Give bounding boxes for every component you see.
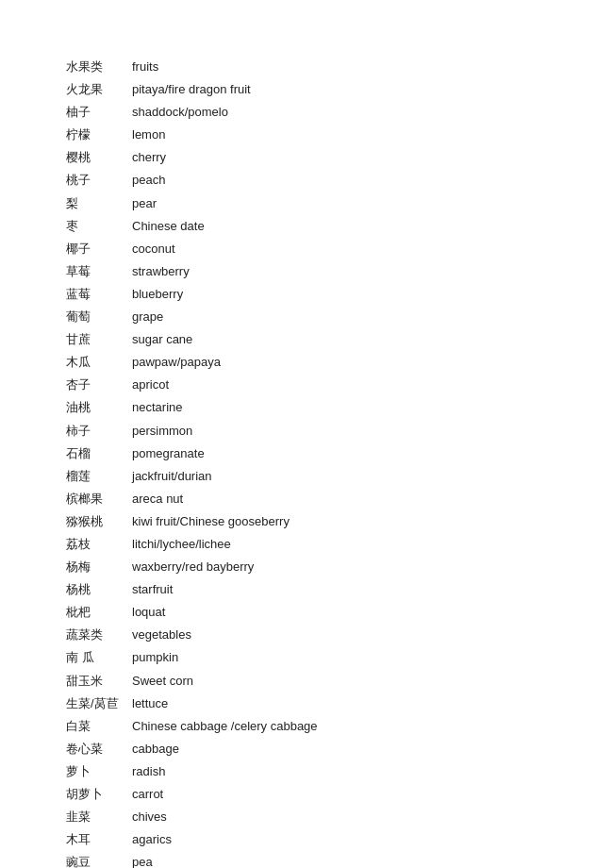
chinese-text: 水果类 [66,57,132,77]
list-item: 木耳agarics [66,829,547,850]
chinese-text: 甘蔗 [66,329,132,350]
chinese-text: 椰子 [66,239,132,259]
list-item: 椰子coconut [66,239,547,259]
list-item: 杏子apricot [66,375,547,395]
english-text: sugar cane [132,329,192,350]
english-text: persimmon [132,421,192,442]
chinese-text: 胡萝卜 [66,784,132,805]
chinese-text: 火龙果 [66,79,132,100]
english-text: pitaya/fire dragon fruit [132,79,251,100]
list-item: 猕猴桃kiwi fruit/Chinese gooseberry [66,511,547,532]
chinese-text: 柚子 [66,102,132,123]
english-text: pumpkin [132,647,178,668]
list-item: 枣Chinese date [66,216,547,237]
list-item: 木瓜pawpaw/papaya [66,352,547,373]
english-text: jackfruit/durian [132,466,212,487]
english-text: lemon [132,125,165,145]
english-text: chives [132,807,167,827]
list-item: 杨梅waxberry/red bayberry [66,557,547,577]
english-text: litchi/lychee/lichee [132,534,231,555]
list-item: 梨pear [66,193,547,214]
list-item: 卷心菜cabbage [66,739,547,760]
list-item: 蓝莓blueberry [66,284,547,305]
chinese-text: 生菜/莴苣 [66,693,132,714]
vocabulary-list: 水果类fruits火龙果pitaya/fire dragon fruit柚子sh… [66,57,547,868]
english-text: pear [132,193,157,214]
chinese-text: 樱桃 [66,147,132,168]
chinese-text: 猕猴桃 [66,511,132,532]
chinese-text: 枣 [66,216,132,237]
english-text: starfruit [132,579,173,600]
chinese-text: 荔枝 [66,534,132,555]
list-item: 荔枝litchi/lychee/lichee [66,534,547,555]
list-item: 柠檬lemon [66,125,547,145]
english-text: coconut [132,239,175,259]
english-text: fruits [132,57,158,77]
list-item: 草莓strawberry [66,261,547,282]
list-item: 枇杷loquat [66,602,547,623]
chinese-text: 油桃 [66,397,132,418]
list-item: 桃子peach [66,170,547,191]
chinese-text: 梨 [66,193,132,214]
english-text: strawberry [132,261,190,282]
list-item: 白菜Chinese cabbage /celery cabbage [66,716,547,737]
english-text: carrot [132,784,163,805]
english-text: cherry [132,147,166,168]
list-item: 柚子shaddock/pomelo [66,102,547,123]
english-text: Chinese date [132,216,205,237]
chinese-text: 槟榔果 [66,489,132,509]
english-text: pawpaw/papaya [132,352,221,373]
chinese-text: 白菜 [66,716,132,737]
english-text: grape [132,307,163,327]
chinese-text: 豌豆 [66,852,132,868]
list-item: 槟榔果areca nut [66,489,547,509]
chinese-text: 柠檬 [66,125,132,145]
list-item: 甜玉米Sweet corn [66,671,547,692]
chinese-text: 葡萄 [66,307,132,327]
chinese-text: 杏子 [66,375,132,395]
english-text: agarics [132,829,172,850]
list-item: 胡萝卜carrot [66,784,547,805]
english-text: vegetables [132,625,191,645]
english-text: blueberry [132,284,183,305]
chinese-text: 卷心菜 [66,739,132,760]
list-item: 甘蔗sugar cane [66,329,547,350]
chinese-text: 蓝莓 [66,284,132,305]
chinese-text: 木耳 [66,829,132,850]
english-text: Chinese cabbage /celery cabbage [132,716,318,737]
english-text: shaddock/pomelo [132,102,228,123]
english-text: pomegranate [132,443,205,464]
chinese-text: 萝卜 [66,761,132,782]
chinese-text: 枇杷 [66,602,132,623]
list-item: 樱桃cherry [66,147,547,168]
english-text: peach [132,170,165,191]
english-text: cabbage [132,739,179,760]
list-item: 萝卜radish [66,761,547,782]
list-item: 杨桃starfruit [66,579,547,600]
list-item: 石榴pomegranate [66,443,547,464]
list-item: 生菜/莴苣lettuce [66,693,547,714]
english-text: loquat [132,602,165,623]
english-text: areca nut [132,489,183,509]
chinese-text: 杨桃 [66,579,132,600]
chinese-text: 蔬菜类 [66,625,132,645]
list-item: 韭菜chives [66,807,547,827]
english-text: kiwi fruit/Chinese gooseberry [132,511,290,532]
list-item: 油桃nectarine [66,397,547,418]
chinese-text: 草莓 [66,261,132,282]
list-item: 水果类fruits [66,57,547,77]
chinese-text: 柿子 [66,421,132,442]
chinese-text: 木瓜 [66,352,132,373]
english-text: apricot [132,375,169,395]
chinese-text: 桃子 [66,170,132,191]
chinese-text: 杨梅 [66,557,132,577]
english-text: waxberry/red bayberry [132,557,254,577]
chinese-text: 韭菜 [66,807,132,827]
english-text: nectarine [132,397,182,418]
chinese-text: 甜玉米 [66,671,132,692]
chinese-text: 榴莲 [66,466,132,487]
english-text: lettuce [132,693,168,714]
list-item: 葡萄grape [66,307,547,327]
chinese-text: 南 瓜 [66,647,132,668]
list-item: 蔬菜类vegetables [66,625,547,645]
